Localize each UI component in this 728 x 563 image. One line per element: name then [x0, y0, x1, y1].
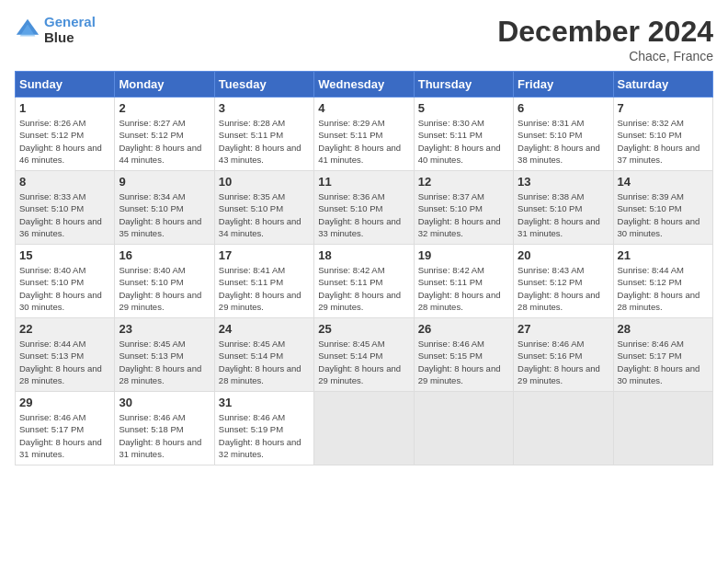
day-info: Sunrise: 8:35 AM Sunset: 5:10 PM Dayligh…	[219, 190, 310, 239]
calendar-row: 22 Sunrise: 8:44 AM Sunset: 5:13 PM Dayl…	[16, 318, 713, 392]
day-info: Sunrise: 8:40 AM Sunset: 5:10 PM Dayligh…	[19, 264, 110, 313]
calendar-row: 15 Sunrise: 8:40 AM Sunset: 5:10 PM Dayl…	[16, 245, 713, 318]
day-number: 16	[119, 248, 210, 262]
calendar-row: 1 Sunrise: 8:26 AM Sunset: 5:12 PM Dayli…	[16, 98, 713, 171]
calendar-cell: 9 Sunrise: 8:34 AM Sunset: 5:10 PM Dayli…	[115, 171, 214, 245]
day-number: 30	[119, 396, 210, 409]
calendar-cell: 8 Sunrise: 8:33 AM Sunset: 5:10 PM Dayli…	[16, 171, 115, 245]
day-info: Sunrise: 8:42 AM Sunset: 5:11 PM Dayligh…	[418, 264, 509, 313]
calendar-subtitle: Chace, France	[497, 49, 713, 63]
calendar-cell: 2 Sunrise: 8:27 AM Sunset: 5:12 PM Dayli…	[115, 98, 214, 171]
calendar-cell: 13 Sunrise: 8:38 AM Sunset: 5:10 PM Dayl…	[514, 171, 613, 245]
logo-text: General Blue	[44, 15, 96, 45]
calendar-cell: 16 Sunrise: 8:40 AM Sunset: 5:10 PM Dayl…	[115, 245, 214, 318]
calendar-cell	[314, 392, 414, 465]
day-number: 13	[518, 175, 609, 189]
day-number: 27	[518, 322, 609, 336]
day-info: Sunrise: 8:28 AM Sunset: 5:11 PM Dayligh…	[219, 117, 310, 166]
calendar-cell: 10 Sunrise: 8:35 AM Sunset: 5:10 PM Dayl…	[214, 171, 313, 245]
col-thursday: Thursday	[414, 72, 513, 98]
calendar-cell: 28 Sunrise: 8:46 AM Sunset: 5:17 PM Dayl…	[613, 318, 712, 392]
calendar-row: 29 Sunrise: 8:46 AM Sunset: 5:17 PM Dayl…	[16, 392, 713, 465]
day-number: 9	[119, 175, 210, 189]
day-number: 15	[19, 248, 110, 262]
calendar-cell: 6 Sunrise: 8:31 AM Sunset: 5:10 PM Dayli…	[514, 98, 613, 171]
calendar-table: Sunday Monday Tuesday Wednesday Thursday…	[15, 71, 713, 465]
calendar-cell: 1 Sunrise: 8:26 AM Sunset: 5:12 PM Dayli…	[16, 98, 115, 171]
day-info: Sunrise: 8:45 AM Sunset: 5:14 PM Dayligh…	[219, 338, 310, 386]
day-info: Sunrise: 8:42 AM Sunset: 5:11 PM Dayligh…	[318, 264, 409, 313]
calendar-cell	[514, 392, 613, 465]
day-number: 10	[219, 175, 310, 189]
calendar-cell: 18 Sunrise: 8:42 AM Sunset: 5:11 PM Dayl…	[314, 245, 414, 318]
calendar-cell: 4 Sunrise: 8:29 AM Sunset: 5:11 PM Dayli…	[314, 98, 414, 171]
day-info: Sunrise: 8:46 AM Sunset: 5:19 PM Dayligh…	[219, 411, 310, 460]
calendar-cell: 19 Sunrise: 8:42 AM Sunset: 5:11 PM Dayl…	[414, 245, 513, 318]
day-info: Sunrise: 8:40 AM Sunset: 5:10 PM Dayligh…	[119, 264, 210, 313]
column-headers: Sunday Monday Tuesday Wednesday Thursday…	[16, 72, 713, 98]
day-number: 22	[19, 322, 110, 336]
day-number: 28	[618, 322, 709, 336]
logo: General Blue	[15, 15, 96, 45]
calendar-cell: 23 Sunrise: 8:45 AM Sunset: 5:13 PM Dayl…	[115, 318, 214, 392]
day-number: 25	[318, 322, 409, 336]
day-info: Sunrise: 8:46 AM Sunset: 5:17 PM Dayligh…	[618, 338, 709, 386]
day-info: Sunrise: 8:30 AM Sunset: 5:11 PM Dayligh…	[418, 117, 509, 166]
calendar-cell: 7 Sunrise: 8:32 AM Sunset: 5:10 PM Dayli…	[613, 98, 712, 171]
calendar-cell: 15 Sunrise: 8:40 AM Sunset: 5:10 PM Dayl…	[16, 245, 115, 318]
day-number: 23	[119, 322, 210, 336]
day-number: 18	[318, 248, 409, 262]
title-area: December 2024 Chace, France	[497, 15, 713, 63]
calendar-cell: 12 Sunrise: 8:37 AM Sunset: 5:10 PM Dayl…	[414, 171, 513, 245]
calendar-cell	[414, 392, 513, 465]
day-number: 12	[418, 175, 509, 189]
day-number: 2	[119, 101, 210, 115]
day-info: Sunrise: 8:46 AM Sunset: 5:17 PM Dayligh…	[19, 411, 110, 460]
calendar-body: 1 Sunrise: 8:26 AM Sunset: 5:12 PM Dayli…	[16, 98, 713, 465]
calendar-cell: 22 Sunrise: 8:44 AM Sunset: 5:13 PM Dayl…	[16, 318, 115, 392]
day-info: Sunrise: 8:43 AM Sunset: 5:12 PM Dayligh…	[518, 264, 609, 313]
day-info: Sunrise: 8:41 AM Sunset: 5:11 PM Dayligh…	[219, 264, 310, 313]
day-info: Sunrise: 8:31 AM Sunset: 5:10 PM Dayligh…	[518, 117, 609, 166]
calendar-cell: 29 Sunrise: 8:46 AM Sunset: 5:17 PM Dayl…	[16, 392, 115, 465]
calendar-cell: 26 Sunrise: 8:46 AM Sunset: 5:15 PM Dayl…	[414, 318, 513, 392]
day-number: 4	[318, 101, 409, 115]
calendar-row: 8 Sunrise: 8:33 AM Sunset: 5:10 PM Dayli…	[16, 171, 713, 245]
day-number: 17	[219, 248, 310, 262]
calendar-cell: 14 Sunrise: 8:39 AM Sunset: 5:10 PM Dayl…	[613, 171, 712, 245]
day-info: Sunrise: 8:39 AM Sunset: 5:10 PM Dayligh…	[618, 190, 709, 239]
calendar-cell: 17 Sunrise: 8:41 AM Sunset: 5:11 PM Dayl…	[214, 245, 313, 318]
day-number: 11	[318, 175, 409, 189]
day-number: 21	[618, 248, 709, 262]
logo-icon	[15, 17, 40, 43]
col-saturday: Saturday	[613, 72, 712, 98]
day-number: 5	[418, 101, 509, 115]
day-info: Sunrise: 8:37 AM Sunset: 5:10 PM Dayligh…	[418, 190, 509, 239]
calendar-cell: 5 Sunrise: 8:30 AM Sunset: 5:11 PM Dayli…	[414, 98, 513, 171]
col-wednesday: Wednesday	[314, 72, 414, 98]
calendar-cell: 11 Sunrise: 8:36 AM Sunset: 5:10 PM Dayl…	[314, 171, 414, 245]
day-number: 31	[219, 396, 310, 409]
col-tuesday: Tuesday	[214, 72, 313, 98]
calendar-cell: 21 Sunrise: 8:44 AM Sunset: 5:12 PM Dayl…	[613, 245, 712, 318]
day-info: Sunrise: 8:45 AM Sunset: 5:13 PM Dayligh…	[119, 338, 210, 386]
day-number: 8	[19, 175, 110, 189]
calendar-cell	[613, 392, 712, 465]
calendar-cell: 24 Sunrise: 8:45 AM Sunset: 5:14 PM Dayl…	[214, 318, 313, 392]
day-info: Sunrise: 8:46 AM Sunset: 5:16 PM Dayligh…	[518, 338, 609, 386]
day-number: 6	[518, 101, 609, 115]
day-info: Sunrise: 8:34 AM Sunset: 5:10 PM Dayligh…	[119, 190, 210, 239]
calendar-cell: 25 Sunrise: 8:45 AM Sunset: 5:14 PM Dayl…	[314, 318, 414, 392]
calendar-cell: 20 Sunrise: 8:43 AM Sunset: 5:12 PM Dayl…	[514, 245, 613, 318]
day-info: Sunrise: 8:36 AM Sunset: 5:10 PM Dayligh…	[318, 190, 409, 239]
col-sunday: Sunday	[16, 72, 115, 98]
day-number: 20	[518, 248, 609, 262]
day-number: 7	[618, 101, 709, 115]
calendar-cell: 3 Sunrise: 8:28 AM Sunset: 5:11 PM Dayli…	[214, 98, 313, 171]
col-monday: Monday	[115, 72, 214, 98]
day-number: 24	[219, 322, 310, 336]
day-info: Sunrise: 8:32 AM Sunset: 5:10 PM Dayligh…	[618, 117, 709, 166]
calendar-cell: 30 Sunrise: 8:46 AM Sunset: 5:18 PM Dayl…	[115, 392, 214, 465]
day-info: Sunrise: 8:26 AM Sunset: 5:12 PM Dayligh…	[19, 117, 110, 166]
day-number: 1	[19, 101, 110, 115]
